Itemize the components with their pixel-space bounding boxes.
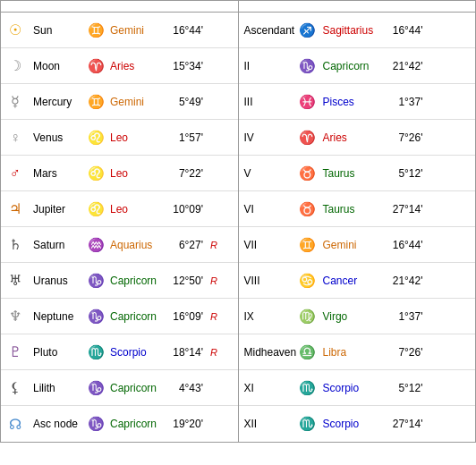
house-degree: 5°12' xyxy=(386,165,427,182)
planet-row: ♃ Jupiter ♌ Leo 10°09' xyxy=(1,191,238,227)
planet-sign-icon: ♑ xyxy=(85,416,106,432)
planet-row: ⚸ Lilith ♑ Capricorn 4°43' xyxy=(1,370,238,406)
planet-icon: ☿ xyxy=(1,89,30,114)
planet-sign-icon: ♈ xyxy=(85,58,106,74)
planet-degree: 5°49' xyxy=(167,94,207,110)
planet-sign-icon: ♌ xyxy=(85,201,106,217)
planet-name: Uranus xyxy=(30,273,85,289)
house-row: XII ♏ Scorpio 27°14' xyxy=(239,406,476,442)
planet-icon: ♄ xyxy=(1,232,30,257)
house-sign-name: Aries xyxy=(319,130,386,146)
planet-icon: ♆ xyxy=(1,304,30,328)
planet-name: Neptune xyxy=(30,309,85,325)
main-content: ☉ Sun ♊ Gemini 16°44' ☽ Moon ♈ Aries 15°… xyxy=(1,13,475,442)
planet-row: ♀ Venus ♌ Leo 1°57' xyxy=(1,120,238,156)
house-degree: 27°14' xyxy=(386,416,427,432)
planet-degree: 19°20' xyxy=(167,416,207,432)
planet-row: ☊ Asc node ♑ Capricorn 19°20' xyxy=(1,406,238,442)
header-row xyxy=(1,1,475,13)
astrology-table: ☉ Sun ♊ Gemini 16°44' ☽ Moon ♈ Aries 15°… xyxy=(0,0,476,443)
house-name: II xyxy=(239,58,296,74)
house-sign-name: Taurus xyxy=(319,165,386,182)
house-name: Ascendant xyxy=(239,22,296,38)
planet-name: Lilith xyxy=(30,380,85,396)
planet-sign-icon: ♑ xyxy=(85,309,106,325)
house-row: Midheaven ♎ Libra 7°26' xyxy=(239,334,476,370)
planet-degree: 7°22' xyxy=(167,165,207,182)
planet-row: ♆ Neptune ♑ Capricorn 16°09' R xyxy=(1,299,238,334)
planet-name: Saturn xyxy=(30,237,85,253)
planet-sign-icon: ♑ xyxy=(85,380,106,396)
house-sign-icon: ♈ xyxy=(296,130,319,146)
planet-icon: ⚸ xyxy=(1,376,30,400)
house-name: IX xyxy=(239,309,296,325)
house-row: V ♉ Taurus 5°12' xyxy=(239,156,476,191)
planet-icon: ♅ xyxy=(1,268,30,292)
planet-row: ☉ Sun ♊ Gemini 16°44' xyxy=(1,13,238,48)
planet-degree: 4°43' xyxy=(167,380,207,396)
house-sign-name: Capricorn xyxy=(319,58,386,74)
house-row: XI ♏ Scorpio 5°12' xyxy=(239,370,476,406)
house-sign-icon: ♊ xyxy=(296,237,319,253)
house-sign-name: Virgo xyxy=(319,309,386,325)
planet-icon: ☊ xyxy=(1,412,30,436)
house-name: VI xyxy=(239,201,296,217)
planet-degree: 10°09' xyxy=(167,201,207,217)
planet-sign-icon: ♑ xyxy=(85,273,106,289)
house-name: VIII xyxy=(239,273,296,289)
planet-sign-icon: ♌ xyxy=(85,130,106,146)
planet-degree: 1°57' xyxy=(167,130,207,146)
placidus-header xyxy=(239,1,476,12)
planet-row: ♅ Uranus ♑ Capricorn 12°50' R xyxy=(1,263,238,299)
planet-name: Venus xyxy=(30,130,85,146)
planet-retro: R xyxy=(207,347,221,358)
house-row: II ♑ Capricorn 21°42' xyxy=(239,48,476,84)
houses-table: Ascendant ♐ Sagittarius 16°44' II ♑ Capr… xyxy=(239,13,476,442)
planet-row: ♇ Pluto ♏ Scorpio 18°14' R xyxy=(1,334,238,370)
planet-name: Asc node xyxy=(30,416,85,432)
planet-degree: 16°44' xyxy=(167,22,207,38)
house-sign-name: Pisces xyxy=(319,94,386,110)
house-degree: 16°44' xyxy=(386,22,427,38)
planet-row: ☿ Mercury ♊ Gemini 5°49' xyxy=(1,84,238,120)
planet-sign-name: Capricorn xyxy=(106,273,167,289)
planet-sign-name: Capricorn xyxy=(106,309,167,325)
house-sign-icon: ♉ xyxy=(296,201,319,217)
house-row: III ♓ Pisces 1°37' xyxy=(239,84,476,120)
house-sign-icon: ♏ xyxy=(296,416,319,432)
planet-sign-icon: ♒ xyxy=(85,237,106,253)
planet-icon: ♇ xyxy=(1,340,30,364)
house-sign-name: Libra xyxy=(319,344,386,360)
planet-sign-name: Aquarius xyxy=(106,237,167,253)
planet-name: Sun xyxy=(30,22,85,38)
house-row: IX ♍ Virgo 1°37' xyxy=(239,299,476,334)
planet-sign-name: Leo xyxy=(106,201,167,217)
planet-sign-name: Scorpio xyxy=(106,344,167,360)
planet-sign-name: Gemini xyxy=(106,22,167,38)
planet-icon: ♂ xyxy=(1,162,30,185)
planet-degree: 18°14' xyxy=(167,344,207,360)
planet-sign-name: Leo xyxy=(106,130,167,146)
house-sign-name: Cancer xyxy=(319,273,386,289)
house-sign-icon: ♐ xyxy=(296,22,319,38)
house-sign-icon: ♍ xyxy=(296,309,319,325)
house-sign-name: Scorpio xyxy=(319,416,386,432)
planet-icon: ♀ xyxy=(1,126,30,149)
house-row: VII ♊ Gemini 16°44' xyxy=(239,227,476,263)
zodiac-header xyxy=(1,1,239,12)
house-degree: 27°14' xyxy=(386,201,427,217)
planet-icon: ♃ xyxy=(1,197,30,221)
house-row: Ascendant ♐ Sagittarius 16°44' xyxy=(239,13,476,48)
house-row: VIII ♋ Cancer 21°42' xyxy=(239,263,476,299)
house-sign-icon: ♑ xyxy=(296,58,319,74)
house-sign-icon: ♋ xyxy=(296,273,319,289)
planet-row: ♄ Saturn ♒ Aquarius 6°27' R xyxy=(1,227,238,263)
planets-table: ☉ Sun ♊ Gemini 16°44' ☽ Moon ♈ Aries 15°… xyxy=(1,13,239,442)
house-sign-icon: ♉ xyxy=(296,165,319,182)
house-degree: 7°26' xyxy=(386,130,427,146)
planet-degree: 6°27' xyxy=(167,237,207,253)
house-degree: 5°12' xyxy=(386,380,427,396)
planet-sign-name: Aries xyxy=(106,58,167,74)
planet-sign-icon: ♌ xyxy=(85,165,106,182)
planet-degree: 16°09' xyxy=(167,309,207,325)
